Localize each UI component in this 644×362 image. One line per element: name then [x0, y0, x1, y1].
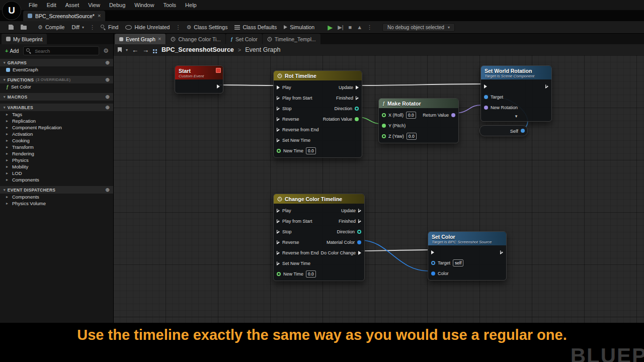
unreal-logo-icon[interactable]: U: [2, 1, 21, 20]
add-dispatcher-icon[interactable]: ⊕: [105, 188, 110, 193]
menu-file[interactable]: File: [24, 1, 42, 9]
exec-in-pin[interactable]: [277, 230, 280, 234]
tab-my-blueprint[interactable]: My Blueprint: [2, 34, 47, 44]
node-start-event[interactable]: Start Custom Event: [175, 65, 223, 94]
node-header[interactable]: Set World Rotation Target is Scene Compo…: [481, 66, 551, 79]
variable-category-tags[interactable]: ▸Tags: [0, 111, 113, 118]
menu-tools[interactable]: Tools: [158, 1, 181, 9]
simulation-button[interactable]: Simulation: [280, 23, 318, 31]
exec-in-pin[interactable]: [277, 107, 280, 111]
expand-arrow-icon[interactable]: ▸: [6, 201, 10, 206]
expand-arrow-icon[interactable]: ▸: [6, 112, 10, 117]
variable-category-components[interactable]: ▸Components: [0, 176, 113, 183]
find-button[interactable]: Find: [97, 23, 122, 31]
compile-button[interactable]: ⚙ Compile: [34, 23, 68, 31]
node-header[interactable]: ƒ Make Rotator: [379, 99, 458, 108]
asset-tab[interactable]: BPC_ScreenshotSource* ×: [23, 11, 105, 21]
class-defaults-button[interactable]: Class Defaults: [231, 23, 280, 31]
menu-asset[interactable]: Asset: [61, 1, 84, 9]
add-macro-icon[interactable]: ⊕: [105, 95, 110, 100]
z-yaw-input[interactable]: 0.0: [407, 133, 417, 140]
exec-out-pin[interactable]: [358, 209, 361, 213]
exec-in-pin[interactable]: [277, 96, 280, 100]
linear-color-pin[interactable]: [357, 240, 361, 244]
section-graphs[interactable]: ▾ GRAPHS ⊕: [0, 59, 113, 66]
exec-out-pin[interactable]: [500, 250, 503, 254]
exec-in-pin[interactable]: [277, 240, 280, 244]
class-settings-button[interactable]: ⚙ Class Settings: [183, 23, 231, 31]
menu-debug[interactable]: Debug: [105, 1, 130, 9]
breadcrumb-current[interactable]: Event Graph: [245, 46, 280, 53]
node-make-rotator[interactable]: ƒ Make Rotator X (Roll)0.0 Y (Pitch) Z (…: [378, 98, 459, 143]
exec-in-pin[interactable]: [277, 219, 280, 223]
stop-button[interactable]: ■: [346, 24, 355, 30]
exec-in-pin[interactable]: [277, 209, 280, 213]
exec-out-pin[interactable]: [358, 219, 361, 223]
tab-set-color[interactable]: ƒ Set Color: [226, 34, 262, 44]
float-pin[interactable]: [355, 117, 359, 121]
eject-button[interactable]: ▲: [354, 24, 365, 30]
variable-category-physics[interactable]: ▸Physics: [0, 157, 113, 163]
node-set-color[interactable]: Set Color Target is BPC Screenshot Sourc…: [428, 231, 507, 281]
frame-skip-button[interactable]: ▶|: [335, 24, 346, 31]
add-graph-icon[interactable]: ⊕: [105, 60, 110, 65]
variable-category-transform[interactable]: ▸Transform: [0, 144, 113, 150]
diff-button[interactable]: Diff ▾: [68, 23, 88, 31]
expand-node-chevron[interactable]: ▾: [481, 113, 551, 120]
bookmark-icon[interactable]: [118, 47, 122, 52]
exec-out-pin[interactable]: [358, 251, 361, 255]
rotator-pin[interactable]: [451, 113, 455, 117]
kebab-icon[interactable]: ⋮: [173, 24, 183, 31]
rotator-pin[interactable]: [484, 106, 488, 110]
menu-help[interactable]: Help: [181, 1, 201, 9]
exec-in-pin[interactable]: [277, 138, 280, 142]
variable-category-replication[interactable]: ▸Replication: [0, 118, 113, 124]
expand-arrow-icon[interactable]: ▸: [6, 138, 10, 143]
node-change-color-timeline[interactable]: Change Color Timeline Play Play from Sta…: [273, 194, 365, 281]
expand-arrow-icon[interactable]: ▸: [6, 125, 10, 130]
linear-color-pin[interactable]: [431, 272, 435, 276]
section-variables[interactable]: ▾ VARIABLES ⊕: [0, 104, 113, 111]
add-variable-icon[interactable]: ⊕: [105, 105, 110, 110]
variable-category-mobility[interactable]: ▸Mobility: [0, 163, 113, 170]
enum-pin[interactable]: [355, 107, 359, 111]
exec-in-pin[interactable]: [277, 251, 280, 255]
kebab-icon[interactable]: ⋮: [88, 24, 97, 31]
exec-in-pin[interactable]: [277, 85, 280, 89]
expand-arrow-icon[interactable]: ▸: [6, 195, 10, 199]
new-time-input[interactable]: 0.0: [306, 270, 316, 278]
close-icon[interactable]: ×: [98, 13, 101, 19]
node-header[interactable]: Start Custom Event: [175, 66, 223, 79]
debug-object-select[interactable]: No debug object selected ▾: [382, 23, 455, 32]
float-pin[interactable]: [277, 272, 281, 276]
section-macros[interactable]: ▾ MACROS ⊕: [0, 93, 113, 101]
variable-category-rendering[interactable]: ▸Rendering: [0, 150, 113, 157]
tab-event-graph[interactable]: Event Graph ×: [115, 34, 166, 44]
menu-view[interactable]: View: [84, 1, 105, 9]
play-button[interactable]: ▶: [325, 24, 335, 31]
search-input[interactable]: [34, 48, 96, 54]
tab-timeline-template[interactable]: Timeline_Templ...: [263, 34, 320, 44]
enum-pin[interactable]: [357, 230, 361, 234]
expand-arrow-icon[interactable]: ▸: [6, 145, 10, 149]
tab-change-color-timeline[interactable]: Change Color Ti...: [166, 34, 225, 44]
dispatcher-category-physics-volume[interactable]: ▸Physics Volume: [0, 200, 113, 207]
search-box[interactable]: [23, 46, 99, 55]
forward-arrow-icon[interactable]: →: [142, 46, 149, 54]
node-set-world-rotation[interactable]: Set World Rotation Target is Scene Compo…: [480, 65, 552, 122]
add-function-icon[interactable]: ⊕: [105, 77, 110, 82]
menu-window[interactable]: Window: [130, 1, 158, 9]
expand-arrow-icon[interactable]: ▸: [6, 171, 10, 175]
exec-in-pin[interactable]: [484, 84, 487, 88]
save-button[interactable]: [5, 24, 17, 31]
float-pin[interactable]: [382, 134, 386, 138]
hide-unrelated-button[interactable]: Hide Unrelated: [122, 23, 173, 31]
dispatcher-category-components[interactable]: ▸Components: [0, 194, 113, 200]
add-button[interactable]: + Add: [3, 47, 21, 54]
float-pin[interactable]: [382, 124, 386, 128]
node-header[interactable]: Change Color Timeline: [274, 194, 364, 204]
new-time-input[interactable]: 0.0: [306, 147, 316, 154]
expand-arrow-icon[interactable]: ▸: [6, 158, 10, 162]
back-arrow-icon[interactable]: ←: [132, 46, 138, 54]
variable-category-component-replication[interactable]: ▸Component Replication: [0, 124, 113, 131]
